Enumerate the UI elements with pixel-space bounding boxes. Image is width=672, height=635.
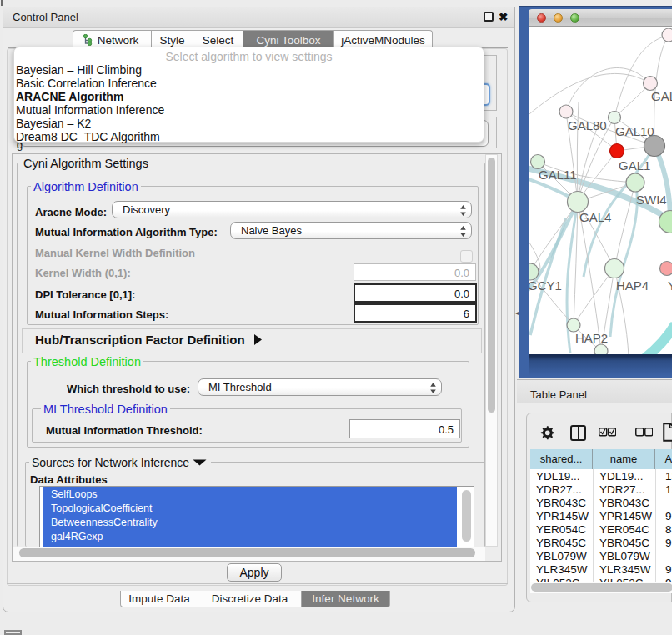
svg-text:GAL10: GAL10 — [615, 124, 654, 138]
svg-text:YE: YE — [668, 278, 672, 292]
svg-text:GAL1: GAL1 — [619, 158, 650, 172]
svg-text:GAL80: GAL80 — [568, 118, 607, 132]
svg-text:GCY1: GCY1 — [529, 278, 562, 292]
svg-text:GAL2: GAL2 — [651, 89, 672, 103]
svg-text:GAL4: GAL4 — [579, 210, 611, 224]
svg-text:GAL11: GAL11 — [539, 168, 577, 182]
svg-text:SWI4: SWI4 — [636, 192, 667, 207]
svg-text:HAP4: HAP4 — [616, 278, 649, 292]
svg-text:HAP2: HAP2 — [575, 331, 608, 345]
